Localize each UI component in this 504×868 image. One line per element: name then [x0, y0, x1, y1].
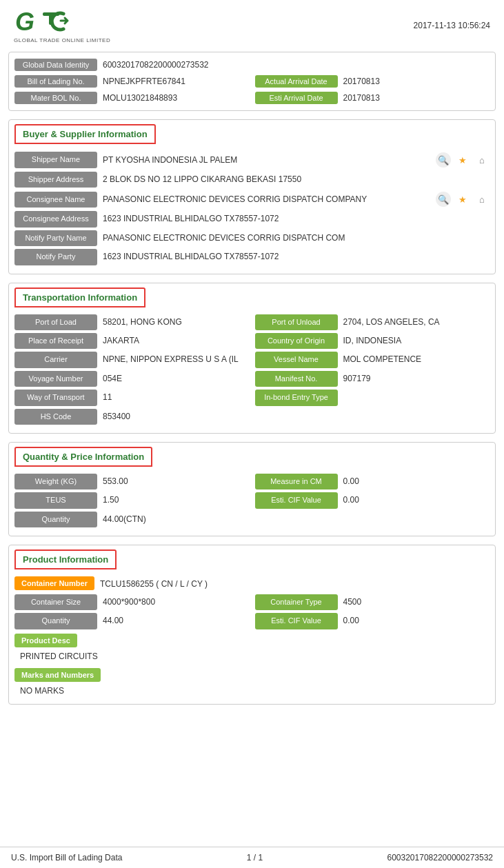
- inbond-value: [343, 390, 490, 395]
- measure-value: 0.00: [343, 474, 490, 489]
- way-transport-value: 11: [103, 390, 250, 405]
- container-type-label: Container Type: [255, 594, 338, 610]
- notify-party-name-label: Notify Party Name: [14, 230, 97, 246]
- shipper-name-value: PT KYOSHA INDONESIA JL PALEM: [103, 152, 433, 168]
- logo-area: G GLOBAL TRADE ONLINE LIMITED: [14, 7, 110, 43]
- measure-pair: Measure in CM 0.00: [255, 474, 490, 489]
- shipper-name-label: Shipper Name: [14, 152, 97, 168]
- carrier-label: Carrier: [14, 352, 97, 367]
- bol-row: Bill of Lading No. NPNEJKPFRTE67841 Actu…: [9, 73, 495, 90]
- country-origin-pair: Country of Origin ID, INDONESIA: [255, 333, 490, 349]
- measure-label: Measure in CM: [255, 474, 338, 489]
- notify-party-label: Notify Party: [14, 249, 97, 265]
- transportation-title: Transportation Information: [14, 287, 145, 307]
- consignee-address-value: 1623 INDUSTRIAL BLHIDALGO TX78557-1072: [103, 211, 490, 226]
- prod-qty-pair: Quantity 44.00: [14, 613, 250, 629]
- container-number-value: TCLU1586255 ( CN / L / CY ): [100, 576, 490, 592]
- place-receipt-value: JAKARTA: [103, 333, 250, 348]
- consignee-address-label: Consignee Address: [14, 211, 97, 227]
- vessel-name-label: Vessel Name: [255, 352, 338, 367]
- port-load-pair: Port of Load 58201, HONG KONG: [14, 314, 250, 330]
- bol-pair: Bill of Lading No. NPNEJKPFRTE67841: [14, 75, 250, 88]
- quantity-label: Quantity: [14, 512, 97, 527]
- prod-cif-value: 0.00: [343, 613, 490, 628]
- place-receipt-label: Place of Receipt: [14, 333, 97, 349]
- container-type-value: 4500: [343, 594, 490, 609]
- marks-numbers-button[interactable]: Marks and Numbers: [14, 668, 101, 682]
- svg-text:G: G: [15, 8, 34, 36]
- voyage-value: 054E: [103, 371, 250, 386]
- weight-pair: Weight (KG) 553.00: [14, 474, 250, 489]
- consignee-home-icon[interactable]: ⌂: [474, 192, 490, 207]
- inbond-pair: In-bond Entry Type: [255, 390, 490, 405]
- container-number-row: Container Number TCLU1586255 ( CN / L / …: [14, 576, 490, 592]
- prod-qty-cif-row: Quantity 44.00 Esti. CIF Value 0.00: [14, 613, 490, 629]
- footer-left: U.S. Import Bill of Lading Data: [11, 853, 122, 862]
- esti-cif-value: 0.00: [343, 492, 490, 507]
- shipper-star-icon[interactable]: ★: [455, 152, 470, 168]
- notify-party-value: 1623 INDUSTRIAL BLHIDALGO TX78557-1072: [103, 249, 490, 264]
- manifest-label: Manifest No.: [255, 371, 338, 387]
- marks-text: NO MARKS: [14, 683, 490, 698]
- shipper-home-icon[interactable]: ⌂: [474, 152, 490, 168]
- esti-cif-label: Esti. CIF Value: [255, 492, 338, 508]
- prod-cif-pair: Esti. CIF Value 0.00: [255, 613, 490, 629]
- hs-code-row: HS Code 853400: [14, 409, 490, 425]
- transportation-body: Port of Load 58201, HONG KONG Port of Un…: [9, 312, 495, 433]
- vessel-name-value: MOL COMPETENCE: [343, 352, 490, 367]
- product-info-section: Product Information Container Number TCL…: [8, 545, 496, 705]
- teus-value: 1.50: [103, 492, 250, 507]
- logo-subtitle: GLOBAL TRADE ONLINE LIMITED: [14, 37, 110, 43]
- shipper-address-label: Shipper Address: [14, 172, 97, 188]
- master-bol-label: Mater BOL No.: [14, 92, 97, 104]
- esti-arrival-value: 20170813: [343, 93, 380, 103]
- consignee-search-icon[interactable]: 🔍: [436, 192, 451, 207]
- buyer-supplier-title: Buyer & Supplier Information: [14, 124, 156, 144]
- way-transport-label: Way of Transport: [14, 390, 97, 405]
- global-data-row: Global Data Identity 6003201708220000027…: [9, 57, 495, 73]
- quantity-value: 44.00(CTN): [103, 512, 490, 527]
- prod-qty-value: 44.00: [103, 613, 250, 628]
- manifest-pair: Manifest No. 907179: [255, 371, 490, 387]
- weight-label: Weight (KG): [14, 474, 97, 489]
- prod-qty-label: Quantity: [14, 613, 97, 629]
- consignee-name-value: PANASONIC ELECTRONIC DEVICES CORRIG DISP…: [103, 192, 433, 207]
- identity-section: Global Data Identity 6003201708220000027…: [8, 52, 496, 111]
- vessel-name-pair: Vessel Name MOL COMPETENCE: [255, 352, 490, 367]
- bol-value: NPNEJKPFRTE67841: [103, 77, 185, 86]
- voyage-label: Voyage Number: [14, 371, 97, 387]
- product-desc-button[interactable]: Product Desc: [14, 634, 77, 647]
- master-bol-row: Mater BOL No. MOLU13021848893 Esti Arriv…: [9, 90, 495, 106]
- esti-cif-pair: Esti. CIF Value 0.00: [255, 492, 490, 508]
- place-receipt-pair: Place of Receipt JAKARTA: [14, 333, 250, 349]
- esti-arrival-pair: Esti Arrival Date 20170813: [255, 92, 490, 104]
- prod-cif-label: Esti. CIF Value: [255, 613, 338, 629]
- weight-value: 553.00: [103, 474, 250, 489]
- arrival-date-pair: Actual Arrival Date 20170813: [255, 75, 490, 88]
- manifest-value: 907179: [343, 371, 490, 386]
- arrival-date-value: 20170813: [343, 77, 380, 86]
- hs-code-value: 853400: [103, 409, 490, 424]
- consignee-star-icon[interactable]: ★: [455, 192, 470, 207]
- shipper-search-icon[interactable]: 🔍: [436, 152, 451, 168]
- consignee-name-row: Consignee Name PANASONIC ELECTRONIC DEVI…: [14, 190, 490, 208]
- notify-party-row: Notify Party 1623 INDUSTRIAL BLHIDALGO T…: [14, 249, 490, 265]
- container-size-label: Container Size: [14, 594, 97, 610]
- port-unload-pair: Port of Unload 2704, LOS ANGELES, CA: [255, 314, 490, 330]
- buyer-supplier-section: Buyer & Supplier Information Shipper Nam…: [8, 119, 496, 274]
- product-desc-text: PRINTED CIRCUITS: [14, 649, 490, 664]
- container-number-label: Container Number: [14, 576, 94, 590]
- header: G GLOBAL TRADE ONLINE LIMITED 2017-11-13…: [0, 0, 504, 48]
- country-origin-value: ID, INDONESIA: [343, 333, 490, 348]
- shipper-name-row: Shipper Name PT KYOSHA INDONESIA JL PALE…: [14, 151, 490, 169]
- teus-label: TEUS: [14, 492, 97, 508]
- global-data-value: 60032017082200000273532: [103, 60, 209, 70]
- voyage-manifest-row: Voyage Number 054E Manifest No. 907179: [14, 371, 490, 387]
- port-row: Port of Load 58201, HONG KONG Port of Un…: [14, 314, 490, 330]
- logo-box: G: [14, 7, 76, 36]
- notify-party-name-row: Notify Party Name PANASONIC ELECTRONIC D…: [14, 230, 490, 246]
- weight-measure-row: Weight (KG) 553.00 Measure in CM 0.00: [14, 474, 490, 489]
- footer-right: 60032017082200000273532: [387, 853, 494, 862]
- product-info-body: Container Number TCLU1586255 ( CN / L / …: [9, 574, 495, 704]
- voyage-pair: Voyage Number 054E: [14, 371, 250, 387]
